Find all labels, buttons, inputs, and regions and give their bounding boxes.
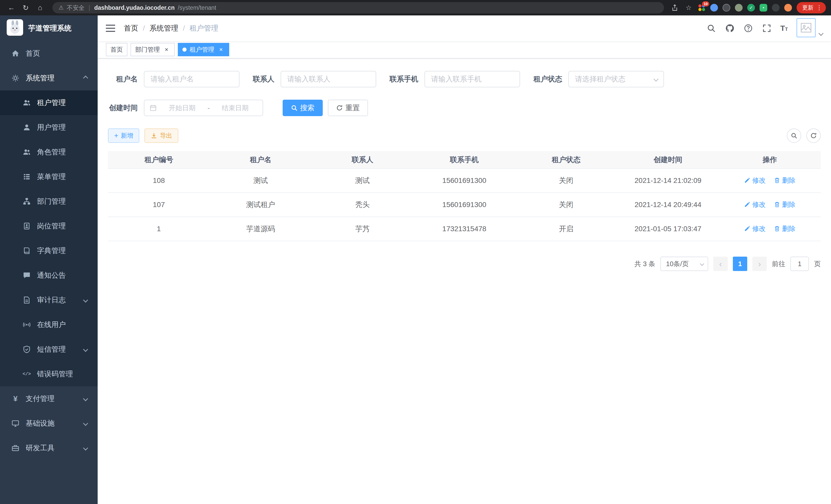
filter-tenant-name: 租户名 — [108, 71, 239, 87]
sidebar-item-dict[interactable]: 字典管理 — [0, 238, 98, 263]
chevron-down-icon — [83, 421, 88, 426]
fullscreen-icon[interactable] — [762, 23, 772, 33]
logo: 芋道管理系统 — [0, 16, 98, 41]
page-size-select[interactable]: 10条/页 — [660, 257, 708, 271]
sidebar-item-label: 通知公告 — [37, 270, 66, 280]
sidebar-item-user[interactable]: 用户管理 — [0, 115, 98, 140]
prev-page-button[interactable]: ‹ — [713, 257, 728, 271]
sidebar-item-dept[interactable]: 部门管理 — [0, 189, 98, 214]
extension-pin-4[interactable] — [735, 4, 743, 11]
github-icon[interactable] — [725, 23, 735, 33]
delete-button[interactable]: 删除 — [774, 176, 796, 185]
user-menu[interactable] — [797, 18, 823, 38]
pagination: 共 3 条 10条/页 ‹ 1 › 前往 页 — [108, 257, 821, 271]
font-size-icon[interactable]: TT — [780, 24, 788, 33]
reset-button[interactable]: 重置 — [328, 100, 368, 116]
address-bar[interactable]: ⚠ 不安全 | dashboard.yudao.iocoder.cn/syste… — [52, 2, 664, 13]
extension-pin-5[interactable]: ✓ — [747, 4, 755, 11]
url-domain: dashboard.yudao.iocoder.cn — [94, 4, 175, 11]
toggle-search-button[interactable] — [787, 128, 801, 143]
search-icon — [791, 132, 797, 139]
document-icon — [23, 296, 31, 304]
start-date-placeholder: 开始日期 — [160, 103, 204, 113]
date-range-picker[interactable]: 开始日期 - 结束日期 — [144, 100, 263, 116]
browser-profile-avatar[interactable] — [784, 4, 792, 11]
browser-chrome: ← ↻ ⌂ ⚠ 不安全 | dashboard.yudao.iocoder.cn… — [0, 0, 831, 16]
created-cell: 2021-12-14 20:49:44 — [617, 192, 719, 217]
chrome-update-button[interactable]: 更新 ⋮ — [797, 2, 826, 13]
export-button[interactable]: 导出 — [144, 128, 178, 143]
phone-input[interactable] — [425, 71, 520, 87]
help-icon[interactable] — [743, 23, 753, 33]
search-icon[interactable] — [706, 23, 716, 33]
add-button-label: 新增 — [121, 131, 133, 140]
sidebar-item-errcode[interactable]: </> 错误码管理 — [0, 362, 98, 386]
share-icon[interactable] — [670, 3, 679, 12]
close-icon[interactable]: × — [163, 46, 170, 53]
close-icon[interactable]: × — [218, 46, 225, 53]
tab-dept[interactable]: 部门管理 × — [131, 43, 175, 56]
extension-pin-2[interactable] — [710, 4, 718, 11]
browser-home-button[interactable]: ⌂ — [34, 2, 46, 14]
phone-label: 联系手机 — [390, 74, 418, 84]
status-cell: 关闭 — [515, 192, 617, 217]
contact-label: 联系人 — [253, 74, 275, 84]
sidebar-toggle-icon[interactable] — [106, 24, 115, 32]
goto-page-input[interactable] — [791, 257, 809, 271]
sidebar-item-system[interactable]: 系统管理 — [0, 66, 98, 90]
tab-home[interactable]: 首页 — [106, 43, 127, 56]
created-cell: 2021-12-14 21:02:09 — [617, 169, 719, 192]
sidebar-item-pay[interactable]: ¥ 支付管理 — [0, 386, 98, 411]
extensions-puzzle-icon[interactable] — [772, 4, 780, 11]
refresh-table-button[interactable] — [806, 128, 821, 143]
sidebar-item-label: 岗位管理 — [37, 221, 66, 231]
tenant-name-input[interactable] — [144, 71, 239, 87]
add-button[interactable]: + 新增 — [108, 128, 139, 143]
status-select[interactable]: 请选择租户状态 — [568, 71, 664, 87]
extension-pin-6[interactable]: ▪ — [760, 4, 767, 11]
sidebar-item-role[interactable]: 角色管理 — [0, 140, 98, 165]
next-page-button[interactable]: › — [752, 257, 767, 271]
sidebar-item-tools[interactable]: 研发工具 — [0, 436, 98, 460]
page-1-button[interactable]: 1 — [733, 257, 747, 271]
breadcrumb-system[interactable]: 系统管理 — [149, 23, 178, 33]
delete-button[interactable]: 删除 — [774, 224, 796, 233]
sidebar-item-online[interactable]: 在线用户 — [0, 313, 98, 337]
chevron-down-icon — [700, 262, 704, 266]
avatar[interactable] — [797, 18, 815, 37]
filter-row-2: 创建时间 开始日期 - 结束日期 搜索 — [108, 100, 821, 116]
edit-button[interactable]: 修改 — [744, 224, 766, 233]
extension-pin-1[interactable]: 10 — [698, 4, 706, 11]
search-button[interactable]: 搜索 — [283, 100, 323, 116]
sidebar-item-audit[interactable]: 审计日志 — [0, 288, 98, 313]
tab-label: 部门管理 — [135, 46, 160, 54]
tab-tenant[interactable]: 租户管理 × — [178, 43, 229, 56]
th-created: 创建时间 — [617, 151, 719, 169]
goto-label: 前往 — [772, 260, 785, 268]
edit-label: 修改 — [752, 176, 766, 185]
sidebar-item-menu[interactable]: 菜单管理 — [0, 165, 98, 189]
breadcrumb-home[interactable]: 首页 — [124, 23, 138, 33]
sidebar-item-post[interactable]: 岗位管理 — [0, 214, 98, 238]
trash-icon — [774, 177, 780, 183]
delete-button[interactable]: 删除 — [774, 200, 796, 209]
bookmark-star-icon[interactable]: ☆ — [684, 3, 693, 12]
sidebar-item-infra[interactable]: 基础设施 — [0, 411, 98, 436]
th-phone: 联系手机 — [413, 151, 515, 169]
reload-button[interactable]: ↻ — [20, 2, 32, 14]
id-badge-icon — [23, 222, 31, 230]
edit-button[interactable]: 修改 — [744, 200, 766, 209]
table-row: 107 测试租户 秃头 15601691300 关闭 2021-12-14 20… — [108, 192, 821, 217]
extension-pin-3[interactable] — [722, 4, 730, 11]
sidebar-item-notice[interactable]: 通知公告 — [0, 263, 98, 288]
contact-input[interactable] — [281, 71, 376, 87]
back-button[interactable]: ← — [5, 2, 18, 14]
pencil-icon — [744, 226, 750, 232]
sidebar-item-tenant[interactable]: 租户管理 — [0, 90, 98, 115]
edit-button[interactable]: 修改 — [744, 176, 766, 185]
sidebar-item-home[interactable]: 首页 — [0, 41, 98, 66]
tenant-name-label: 租户名 — [108, 74, 138, 84]
phone-cell: 15601691300 — [413, 169, 515, 192]
sidebar-item-sms[interactable]: 短信管理 — [0, 337, 98, 362]
tenant-name-cell: 芋道源码 — [210, 217, 311, 241]
